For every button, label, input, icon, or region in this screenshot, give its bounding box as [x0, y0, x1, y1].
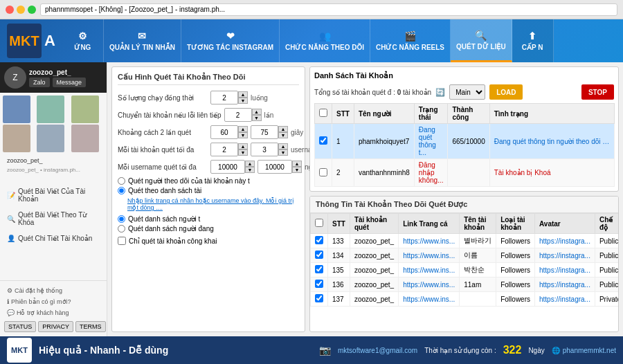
- info-row-checkbox[interactable]: [315, 294, 323, 302]
- row-checkbox[interactable]: [319, 136, 327, 145]
- info-col-mode: Chế độ: [595, 214, 618, 234]
- moitk1-input[interactable]: [210, 143, 238, 156]
- zalo-button[interactable]: Zalo: [29, 78, 50, 87]
- sidebar-text: zoozoo_pet_ zoozoo_pet_ • instagram.ph..…: [3, 152, 104, 178]
- sidebar-item-quet-bai-viet-tu-khoa[interactable]: 🔍 Quét Bài Viết Theo Từ Khóa: [0, 207, 107, 230]
- post-item[interactable]: [71, 95, 99, 123]
- info-row-checkbox[interactable]: [315, 251, 323, 259]
- moiun1-input[interactable]: [210, 160, 245, 174]
- tab-theo-doi[interactable]: 👥 CHỨC NĂNG THEO DÕI: [280, 19, 370, 62]
- khoang2-up[interactable]: ▲: [278, 126, 288, 132]
- radio-quet-nguoi-dang: Quét danh sách người đang: [118, 225, 299, 233]
- website-link[interactable]: 🌐 phanmemmkt.net: [552, 347, 616, 354]
- moiun1-up[interactable]: ▲: [245, 161, 255, 167]
- stop-button[interactable]: STOP: [581, 84, 614, 100]
- checkbox-cong-khai: Chỉ quét tài khoản công khai: [118, 237, 299, 245]
- moiun1-down[interactable]: ▼: [245, 167, 255, 173]
- info-row-stt: 136: [328, 277, 350, 292]
- info-row-avatar: https://instagra...: [535, 277, 595, 292]
- loi-down[interactable]: ▼: [252, 115, 262, 121]
- khoang2-down[interactable]: ▼: [278, 132, 288, 138]
- url-bar[interactable]: [40, 3, 617, 16]
- info-row-link: https://www.ins...: [399, 263, 460, 277]
- tab-reels[interactable]: 🎬 CHỨC NĂNG REELS: [370, 19, 451, 62]
- info-table-container[interactable]: STT Tài khoản quét Link Trang cá Tên tài…: [310, 213, 618, 307]
- days-value: 322: [503, 344, 522, 356]
- tab-tuong-tac[interactable]: ❤ TƯƠNG TÁC INSTAGRAM: [181, 19, 280, 62]
- info-row-checkbox[interactable]: [315, 236, 323, 244]
- select-all-checkbox[interactable]: [319, 109, 327, 117]
- row-name: phamkhoiquyet7: [354, 124, 414, 159]
- radio-danh-sach-label: Quét theo danh sách tài: [128, 187, 201, 194]
- moiun2-up[interactable]: ▲: [292, 161, 302, 167]
- maximize-btn[interactable]: [28, 6, 36, 14]
- count-value: 0: [397, 89, 401, 96]
- main-content: Cấu Hình Quét Tài Khoản Theo Dõi Số lượn…: [107, 62, 623, 336]
- info-row-type: Followers: [496, 292, 535, 307]
- luong-down[interactable]: ▼: [238, 98, 248, 104]
- moitk1-down[interactable]: ▼: [238, 149, 248, 156]
- post-item[interactable]: [71, 125, 99, 152]
- post-item[interactable]: [37, 125, 64, 152]
- sidebar-item-quet-chi-tiet[interactable]: 👤 Quét Chi Tiết Tài Khoản: [0, 230, 107, 246]
- moitk2-up[interactable]: ▲: [278, 143, 288, 149]
- loi-up[interactable]: ▲: [252, 109, 262, 115]
- radio-danh-sach: Quét theo danh sách tài: [118, 187, 299, 194]
- tab-cap[interactable]: ⬆ CẤP N: [512, 19, 554, 62]
- count-label: Tổng số tài khoản quét đ : 0 tài khoản: [314, 89, 431, 96]
- radio-theo-doi-input[interactable]: [118, 177, 125, 185]
- info-row-checkbox[interactable]: [315, 280, 323, 288]
- tab-quet-du-lieu[interactable]: 🔍 QUÉT DỮ LIỆU: [451, 19, 512, 62]
- tab-ung[interactable]: ⚙ ỨNG: [62, 19, 104, 62]
- info-select-all[interactable]: [315, 219, 323, 227]
- moiun2-input[interactable]: [258, 160, 292, 174]
- info-row-checkbox[interactable]: [315, 265, 323, 273]
- info-row-mode: Public: [595, 263, 618, 277]
- message-button[interactable]: Message: [53, 78, 87, 87]
- load-button[interactable]: LOAD: [489, 84, 523, 100]
- info-row-mode: Public: [595, 277, 618, 292]
- luong-up[interactable]: ▲: [238, 91, 248, 98]
- heart-icon: ❤: [226, 30, 235, 42]
- link-nhap-username[interactable]: Nhập link trang cá nhân hoặc username và…: [127, 197, 299, 211]
- minimize-btn[interactable]: [17, 6, 25, 14]
- khoang1-up[interactable]: ▲: [238, 126, 248, 132]
- loi-input[interactable]: [224, 108, 252, 122]
- khoang1-down[interactable]: ▼: [238, 132, 248, 138]
- moitk2-down[interactable]: ▼: [278, 149, 288, 156]
- post-item[interactable]: [37, 95, 64, 123]
- close-btn[interactable]: [6, 6, 14, 14]
- support-item[interactable]: 💬 Hỗ trợ khách hàng: [4, 307, 102, 318]
- privacy-btn[interactable]: PRIVACY: [38, 321, 73, 332]
- sidebar-item-quet-bai-viet-tai-khoan[interactable]: 📝 Quét Bài Viết Của Tài Khoản: [0, 183, 107, 207]
- info-col-check: [311, 214, 328, 234]
- radio-nguoi-t-label: Quét danh sách người t: [128, 215, 200, 223]
- moiun1-group: ▲ ▼: [210, 160, 255, 174]
- settings-item[interactable]: ⚙ Cài đặt hệ thống: [4, 285, 102, 296]
- tab-quan-ly-tin-nhan[interactable]: ✉ QUẢN LÝ TIN NHẮN: [104, 19, 181, 62]
- khoang2-input[interactable]: [251, 125, 278, 139]
- row-checkbox[interactable]: [319, 168, 327, 176]
- account-select[interactable]: Main: [449, 84, 485, 100]
- moitk2-input[interactable]: [251, 143, 278, 156]
- post-item[interactable]: [3, 125, 30, 152]
- field-moi-un: Mỗi username quét tối đa ▲ ▼ ▲ ▼: [118, 160, 299, 174]
- info-row-stt: 137: [328, 292, 350, 307]
- version-item[interactable]: ℹ Phiên bản có gì mới?: [4, 296, 102, 307]
- menu-label: Quét Bài Viết Của Tài Khoản: [18, 188, 100, 203]
- luong-input[interactable]: [210, 91, 238, 104]
- post-item[interactable]: [3, 95, 30, 123]
- row-checkbox-td: [315, 124, 332, 159]
- radio-nguoi-dang-input[interactable]: [118, 225, 125, 233]
- moiun2-down[interactable]: ▼: [292, 167, 302, 173]
- app-title: A: [44, 32, 55, 50]
- bottom-email: mktsoftware1@gmail.com: [338, 347, 417, 354]
- radio-danh-sach-input[interactable]: [118, 187, 125, 194]
- sidebar-menu: 📝 Quét Bài Viết Của Tài Khoản 🔍 Quét Bài…: [0, 181, 107, 280]
- khoang1-input[interactable]: [210, 125, 238, 139]
- terms-btn[interactable]: TERMS: [75, 321, 106, 332]
- moitk1-up[interactable]: ▲: [238, 143, 248, 149]
- checkbox-cong-khai-input[interactable]: [118, 237, 126, 245]
- status-btn[interactable]: STATUS: [4, 321, 36, 332]
- radio-nguoi-t-input[interactable]: [118, 215, 125, 223]
